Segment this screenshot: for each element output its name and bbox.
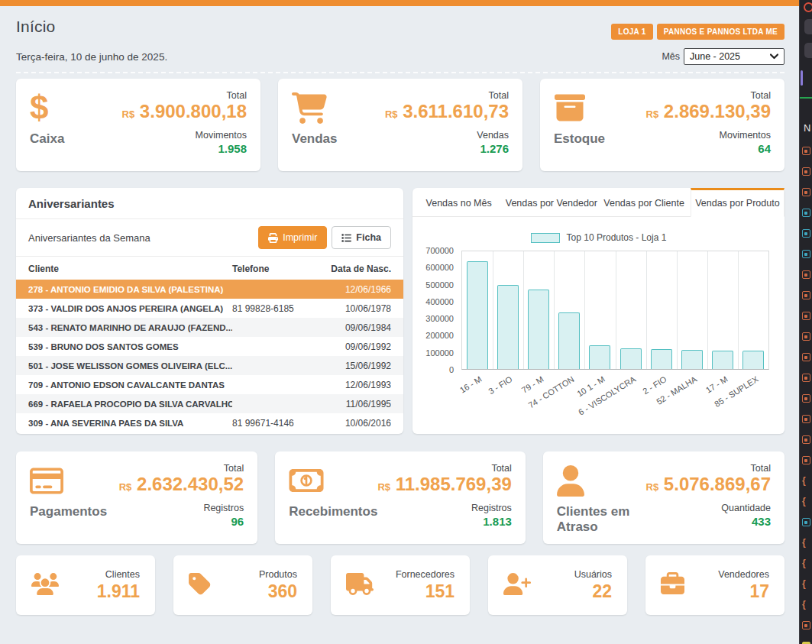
gridline [493,251,493,369]
table-row[interactable]: 501 - JOSE WELISSON GOMES OLIVEIRA (ELC.… [16,356,403,375]
total-label: Total [646,90,771,101]
gridline [523,251,524,369]
table-row[interactable]: 709 - ANTONIO EDSON CAVALCANTE DANTAS 12… [16,375,403,394]
table-row[interactable]: 309 - ANA SEVERINA PAES DA SILVA 81 9967… [16,413,403,432]
legend-label: Top 10 Produtos - Loja 1 [567,232,667,243]
sub-label: Vendas [385,130,509,141]
stat-card-title: Recebimentos [289,504,377,519]
truck-icon [346,573,374,598]
month-filter: Mês June - 2025 [662,48,785,65]
mini-card-vendedores[interactable]: Vendedores 17 [645,555,785,615]
element-fragment-icon [802,147,810,155]
table-row[interactable]: 539 - BRUNO DOS SANTOS GOMES 09/06/1992 [16,337,403,356]
brace-fragment-icon: { [802,559,810,568]
total-value: R$ 2.869.130,39 [646,101,771,125]
birthdays-title: Aniversariantes [16,188,403,219]
x-tick-label: 6 - VISCOLYCRA [577,374,637,417]
sub-label: Quantidade [646,503,771,513]
stat-card-title: Pagamentos [30,504,107,519]
table-row[interactable]: 278 - ANTONIO EMIDIO DA SILVA (PALESTINA… [16,280,403,299]
panels-row: Aniversariantes Aniversariantes da Seman… [16,188,785,434]
legend-swatch [531,233,560,243]
stat-card-recebimentos[interactable]: Recebimentos Total R$ 11.985.769,39 Regi… [275,451,526,544]
content: Início LOJA 1 PANNOS E PANNOS LTDA ME Te… [0,18,799,615]
stat-card-title: Estoque [554,131,605,147]
date-row: Terça-feira, 10 de junho de 2025. Mês Ju… [16,48,785,65]
stats-row-1: $ Caixa Total R$ 3.900.800,18 Movimentos… [16,79,785,171]
total-value: R$ 11.985.769,39 [377,474,511,498]
background-window-strip: N {{{{{{{ [799,0,812,644]
tab-vendas-por-produto[interactable]: Vendas por Produto [691,188,785,217]
x-tick-label: 79 - M [519,374,545,395]
company-badge[interactable]: PANNOS E PANNOS LTDA ME [657,24,785,40]
stat-card-title: Clientes em Atraso [557,504,646,535]
sub-value: 1.813 [377,515,511,528]
ficha-button[interactable]: Ficha [332,226,391,249]
mini-label: Vendedores [718,569,769,580]
separator [16,72,785,73]
mini-card-fornecedores[interactable]: Fornecedores 151 [331,555,470,615]
print-button[interactable]: Imprimir [258,226,327,249]
dashboard-screen: Início LOJA 1 PANNOS E PANNOS LTDA ME Te… [0,0,812,644]
element-fragment-icon [802,250,810,258]
x-tick-label: 3 - FIO [487,374,513,396]
sub-value: 1.276 [385,142,509,155]
mini-card-usuarios[interactable]: Usuários 22 [488,555,627,615]
stat-card-title: Vendas [292,131,338,147]
stat-card-clientes-atraso[interactable]: Clientes em Atraso Total R$ 5.076.869,67… [543,451,785,544]
table-row[interactable]: 373 - VALDIR DOS ANJOS PEREIRA (ANGELA) … [16,299,403,318]
mini-card-clientes[interactable]: Clientes 1.911 [16,555,155,615]
y-tick-label: 100000 [425,348,454,358]
table-row[interactable]: 543 - RENATO MARINHO DE ARAUJO (FAZEND..… [16,318,403,337]
window-fragment [800,97,812,99]
top-accent-bar [0,0,799,6]
store-badge[interactable]: LOJA 1 [611,24,652,40]
tab-vendas-no-mes[interactable]: Vendas no Mês [412,188,505,217]
mini-label: Clientes [97,569,140,580]
mini-card-produtos[interactable]: Produtos 360 [173,555,312,615]
tab-vendas-por-cliente[interactable]: Vendas por Cliente [598,188,691,217]
sub-label: Registros [119,503,244,513]
gridline [584,251,585,369]
bar-52 - MALHA [681,350,703,369]
element-fragment-icon [802,435,810,444]
stat-card-estoque[interactable]: Estoque Total R$ 2.869.130,39 Movimentos… [540,79,785,171]
gridline [616,251,616,369]
table-row[interactable]: 669 - RAFAELA PROCOPIO DA SILVA CARVALHO… [16,394,403,413]
sales-panel: Vendas no Mês Vendas por Vendedor Vendas… [412,188,785,434]
month-select-value: June - 2025 [690,51,740,62]
gridline [554,251,555,369]
badges: LOJA 1 PANNOS E PANNOS LTDA ME [611,24,785,40]
stat-card-caixa[interactable]: $ Caixa Total R$ 3.900.800,18 Movimentos… [16,79,260,171]
tag-icon [189,571,211,600]
element-fragment-icon [802,394,810,403]
stat-card-title: Caixa [30,131,64,147]
archive-icon [554,90,605,125]
total-value: R$ 3.900.800,18 [122,101,247,125]
y-tick-label: 500000 [425,280,454,290]
window-fragment [804,19,812,34]
month-select[interactable]: June - 2025 [684,48,785,65]
bar-3 - FIO [497,285,519,369]
brace-fragment-icon: { [802,497,810,506]
chart-y-axis: 7000006000005000004000003000002000001000… [416,251,457,370]
chart-x-axis: 16 - M3 - FIO79 - M74 - COTTON10 1 - M6 … [461,371,769,411]
sub-value: 433 [646,515,771,528]
mini-cards-row: Clientes 1.911 Produtos 360 [16,555,785,615]
main-area: Início LOJA 1 PANNOS E PANNOS LTDA ME Te… [0,0,799,644]
money-bill-icon [289,463,377,498]
month-label: Mês [662,51,680,62]
stats-row-2: Pagamentos Total R$ 2.632.430,52 Registr… [16,451,785,544]
page-title: Início [16,18,55,36]
bar-10 1 - M [589,345,610,369]
user-icon [557,463,646,498]
column-telefone: Telefone [232,264,330,274]
stat-card-pagamentos[interactable]: Pagamentos Total R$ 2.632.430,52 Registr… [16,451,257,544]
mini-value: 360 [259,581,297,602]
cart-icon [292,90,338,125]
stat-card-vendas[interactable]: Vendas Total R$ 3.611.610,73 Vendas 1.27… [278,79,522,171]
tab-vendas-por-vendedor[interactable]: Vendas por Vendedor [505,188,597,217]
element-fragment-icon [802,188,810,196]
sub-value: 96 [119,515,244,528]
column-data-nasc: Data de Nasc. [330,264,391,274]
